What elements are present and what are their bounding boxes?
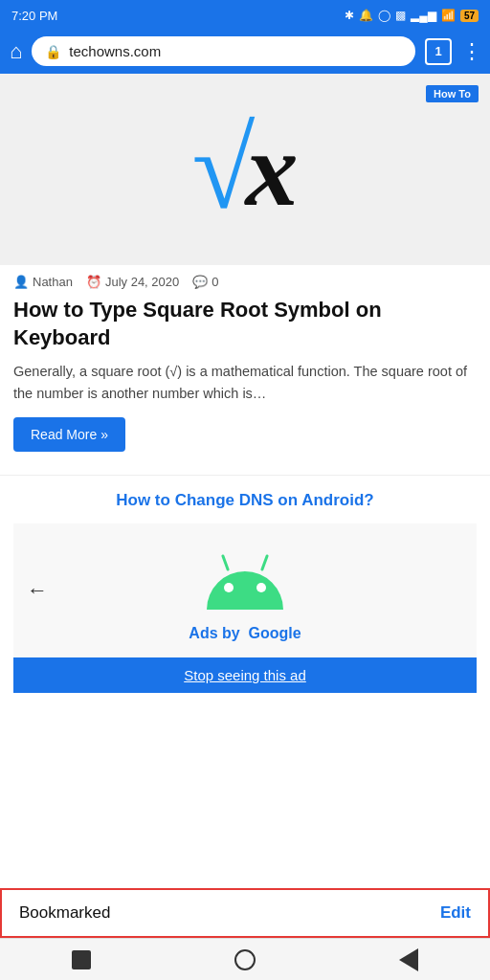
how-to-badge: How To xyxy=(426,85,479,102)
article-content: How to Type Square Root Symbol on Keyboa… xyxy=(0,293,490,465)
browser-bar: ⌂ 🔒 techowns.com 1 ⋮ xyxy=(0,29,490,74)
navigation-bar xyxy=(0,938,490,980)
stop-ad-button[interactable]: Stop seeing this ad xyxy=(13,657,477,693)
clock-icon: ⏰ xyxy=(86,275,101,289)
bluetooth-icon: ✱ xyxy=(345,9,354,22)
back-nav-button[interactable] xyxy=(399,948,418,971)
url-text: techowns.com xyxy=(69,43,402,59)
ads-by-google: Ads by Google xyxy=(189,625,301,642)
stop-nav-button[interactable] xyxy=(72,950,91,969)
article-image: √ x How To xyxy=(0,74,490,265)
author-meta: 👤 Nathan xyxy=(13,275,73,289)
back-arrow-icon[interactable]: ← xyxy=(27,578,48,603)
android-head xyxy=(207,571,283,610)
comment-meta: 💬 0 xyxy=(192,275,218,289)
person-icon: 👤 xyxy=(13,275,29,289)
read-more-button[interactable]: Read More » xyxy=(13,417,125,452)
publish-date: July 24, 2020 xyxy=(105,275,179,289)
time-display: 7:20 PM xyxy=(11,9,57,23)
article-meta: 👤 Nathan ⏰ July 24, 2020 💬 0 xyxy=(0,265,490,293)
ads-by-text: Ads by xyxy=(189,625,239,641)
lock-icon: 🔒 xyxy=(45,44,61,59)
home-nav-button[interactable] xyxy=(234,949,256,970)
ad-image: ← Ads by Google xyxy=(13,523,477,657)
ad-link[interactable]: How to Change DNS on Android? xyxy=(13,491,477,510)
antenna-left xyxy=(221,554,230,571)
antenna-right xyxy=(260,554,269,571)
battery-display: 57 xyxy=(460,10,479,22)
tab-count[interactable]: 1 xyxy=(425,38,452,65)
home-button[interactable]: ⌂ xyxy=(10,39,22,64)
sqrt-symbol: √ xyxy=(192,112,256,227)
bookmark-label: Bookmarked xyxy=(19,903,110,923)
bookmark-bar: Bookmarked Edit xyxy=(0,888,490,938)
author-name: Nathan xyxy=(33,275,73,289)
mute-icon: 🔔 xyxy=(359,9,373,22)
date-meta: ⏰ July 24, 2020 xyxy=(86,275,179,289)
article-excerpt: Generally, a square root (√) is a mathem… xyxy=(13,361,477,404)
recording-icon: ▩ xyxy=(395,9,406,22)
comment-count: 0 xyxy=(212,275,218,289)
url-bar[interactable]: 🔒 techowns.com xyxy=(32,36,415,66)
signal-icon: ▂▄▆ xyxy=(411,9,436,22)
status-icons: ✱ 🔔 ◯ ▩ ▂▄▆ 📶 57 xyxy=(345,9,479,22)
ad-section: How to Change DNS on Android? ← Ads by G… xyxy=(0,475,490,693)
content-area: √ x How To 👤 Nathan ⏰ July 24, 2020 💬 0 … xyxy=(0,74,490,693)
article-title: How to Type Square Root Symbol on Keyboa… xyxy=(13,297,477,351)
edit-button[interactable]: Edit xyxy=(440,903,471,923)
status-bar: 7:20 PM ✱ 🔔 ◯ ▩ ▂▄▆ 📶 57 xyxy=(0,0,490,29)
wifi-icon: 📶 xyxy=(441,9,456,22)
google-text: Google xyxy=(249,625,301,641)
menu-button[interactable]: ⋮ xyxy=(461,39,480,64)
status-time: 7:20 PM xyxy=(11,9,57,23)
comment-icon: 💬 xyxy=(192,275,208,289)
android-logo xyxy=(207,571,283,610)
alarm-icon: ◯ xyxy=(378,9,390,22)
